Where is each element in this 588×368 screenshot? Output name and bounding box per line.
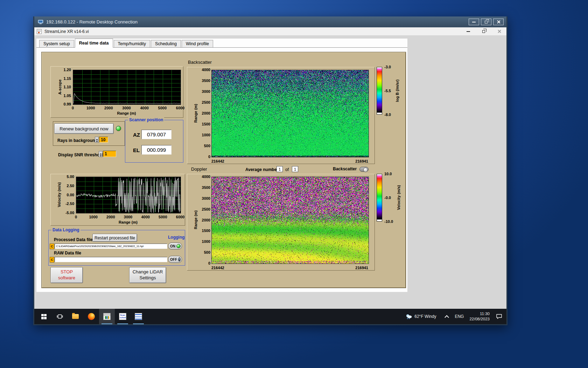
- tab-bar: System setupReal time dataTemp/humidityS…: [36, 39, 407, 48]
- file-explorer-button[interactable]: [68, 309, 83, 324]
- vi-file-icon: [37, 29, 42, 34]
- taskbar-app-buttons: Scan sched: [36, 309, 146, 324]
- logging-off-lamp: [178, 257, 181, 261]
- el-field[interactable]: 000.099: [141, 145, 172, 155]
- processed-path-field[interactable]: C:\LiDAR\Data\Proc\2023\202308\20230822\…: [55, 244, 167, 249]
- backscatter-x-end-label: 216941: [355, 159, 368, 163]
- app-titlebar[interactable]: StreamLine XR v14-6.vi: [34, 27, 506, 36]
- notifications-icon[interactable]: [496, 314, 502, 319]
- app-minimize-button[interactable]: [466, 29, 471, 34]
- settings-label-line2: Settings: [140, 275, 156, 281]
- raw-path-field[interactable]: [55, 257, 167, 262]
- scanner-position-cluster: Scanner position AZ 079.007 EL 000.099: [125, 120, 183, 163]
- front-panel: A-scope 1.201.151.101.050.99 01000200030…: [41, 52, 406, 288]
- backscatter-doppler-toggle[interactable]: [359, 167, 369, 172]
- raw-drive-letter[interactable]: C: [50, 257, 54, 263]
- tab-wind-profile[interactable]: Wind profile: [182, 40, 213, 47]
- tick-label: 4000: [141, 215, 149, 219]
- change-lidar-settings-button[interactable]: Change LiDAR Settings: [129, 267, 166, 283]
- tick-label: 6000: [176, 106, 184, 110]
- tick-label: 1.05: [64, 94, 71, 97]
- tick-label: 2000: [104, 106, 113, 110]
- tick-label: 3000: [124, 215, 132, 219]
- document-app-icon: [135, 313, 142, 320]
- a-scope-x-axis-label: Range (m): [73, 111, 180, 115]
- front-panel-container: System setupReal time dataTemp/humidityS…: [36, 39, 407, 292]
- firefox-button[interactable]: [83, 309, 99, 324]
- language-indicator[interactable]: ENG: [455, 314, 464, 319]
- tick-label: 5000: [158, 106, 167, 110]
- tab-scheduling[interactable]: Scheduling: [151, 40, 181, 47]
- tab-real-time-data[interactable]: Real time data: [75, 39, 113, 48]
- rdp-titlebar[interactable]: 192.168.0.122 - Remote Desktop Connectio…: [34, 16, 506, 27]
- velocity-x-ticks: 0100020003000400050006000: [76, 215, 180, 219]
- clock-date: 22/08/2023: [469, 316, 490, 322]
- app-close-button[interactable]: [497, 29, 502, 34]
- raw-logging-toggle[interactable]: OFF: [168, 256, 182, 263]
- rdp-window-controls: [469, 19, 504, 25]
- backscatter-colorbar-ticks: -3.0-5.5-8.0: [384, 67, 396, 115]
- tick-label: 3500: [202, 185, 210, 189]
- el-value: 000.099: [147, 147, 166, 153]
- tick-label: 0: [208, 261, 210, 265]
- drive-letter-text: C: [51, 258, 53, 261]
- restart-processed-file-button[interactable]: Restart processed file: [92, 234, 137, 242]
- background-led-indicator: [116, 126, 121, 131]
- tray-expand-chevron-icon[interactable]: [445, 315, 449, 320]
- tab-system-setup[interactable]: System setup: [39, 40, 74, 47]
- tick-label: 1500: [202, 229, 210, 233]
- average-number-field[interactable]: 1: [276, 166, 283, 172]
- rdp-maximize-button[interactable]: [481, 19, 491, 25]
- stop-label-line2: software: [58, 275, 75, 281]
- tick-label: 3000: [202, 196, 210, 200]
- app-window-controls: [466, 29, 502, 34]
- processed-logging-toggle[interactable]: ON: [168, 243, 182, 250]
- rdp-minimize-button[interactable]: [469, 19, 479, 25]
- tick-label: 3000: [202, 90, 210, 94]
- doppler-x-end-label: 216941: [355, 266, 368, 270]
- scan-scheduler-button[interactable]: Scan sched: [115, 309, 131, 324]
- rays-in-background-field[interactable]: 10: [99, 137, 108, 143]
- snr-threshold-field[interactable]: 1: [103, 151, 116, 157]
- document-app-button[interactable]: [131, 309, 146, 324]
- streamline-app-button[interactable]: [99, 309, 115, 324]
- doppler-colorbar-ticks: 10.0-0.0-10.0: [384, 174, 397, 222]
- taskbar-clock[interactable]: 11:30 22/08/2023: [469, 311, 490, 322]
- tick-label: -0.0: [384, 196, 391, 200]
- processed-drive-letter[interactable]: C: [50, 244, 54, 249]
- task-view-icon: [57, 314, 63, 319]
- backscatter-colorbar: [377, 67, 382, 115]
- tick-label: -3.0: [384, 65, 391, 69]
- task-view-button[interactable]: [52, 309, 68, 324]
- weather-widget[interactable]: 62°F Windy: [405, 314, 436, 319]
- doppler-heatmap: [211, 177, 369, 264]
- open-app-indicator: [102, 323, 112, 324]
- average-number-label: Average number: [245, 167, 278, 172]
- tick-label: 0: [75, 215, 77, 219]
- doppler-colorbar: [377, 174, 382, 222]
- rays-in-background-label: Rays in background: [57, 138, 98, 143]
- average-of-label: of: [285, 167, 289, 172]
- rdp-close-button[interactable]: [493, 19, 504, 25]
- rdp-connection-icon: [38, 20, 43, 25]
- stop-software-button[interactable]: STOP software: [50, 267, 83, 283]
- snr-threshold-spinner[interactable]: [99, 151, 103, 157]
- start-button[interactable]: [36, 309, 52, 324]
- tick-label: 2500: [202, 207, 210, 211]
- processed-file-label: Processed Data file: [54, 237, 93, 242]
- tick-label: 1000: [202, 133, 210, 137]
- az-field[interactable]: 079.007: [141, 130, 172, 139]
- average-total-field[interactable]: 1: [292, 166, 298, 172]
- tick-label: 5.00: [67, 175, 74, 179]
- rays-in-background-spinner[interactable]: [95, 137, 99, 143]
- windows-logo-icon: [41, 314, 47, 319]
- renew-background-button[interactable]: Renew background now: [54, 123, 114, 134]
- tick-label: 10.0: [384, 172, 392, 176]
- drive-letter-text: C: [51, 245, 53, 248]
- snr-value: 1: [105, 151, 107, 156]
- app-restore-button[interactable]: [481, 29, 486, 34]
- tick-label: 1.20: [64, 68, 71, 72]
- backscatter-heatmap: [211, 70, 369, 157]
- tab-temp-humidity[interactable]: Temp/humidity: [114, 40, 150, 47]
- snr-threshold-label: Display SNR threshold: [58, 152, 103, 157]
